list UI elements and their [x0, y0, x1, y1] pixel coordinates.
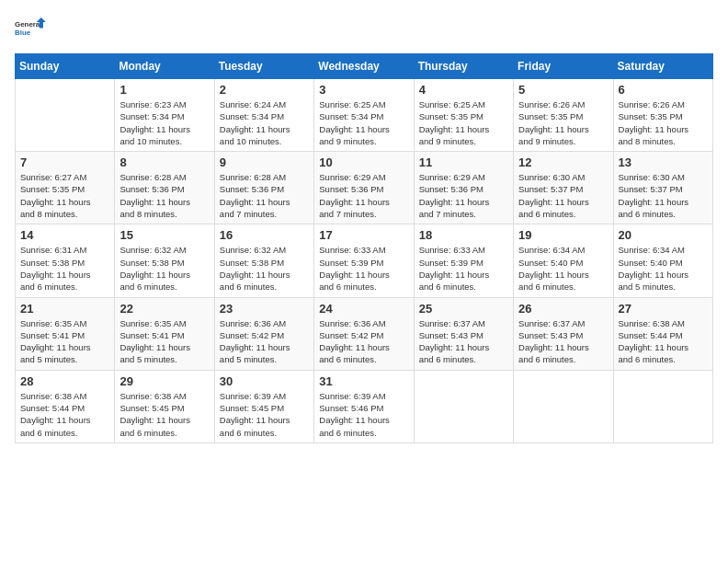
calendar-cell: 4Sunrise: 6:25 AM Sunset: 5:35 PM Daylig…: [414, 79, 513, 152]
calendar-cell: 18Sunrise: 6:33 AM Sunset: 5:39 PM Dayli…: [414, 224, 513, 297]
calendar-cell: 6Sunrise: 6:26 AM Sunset: 5:35 PM Daylig…: [613, 79, 712, 152]
day-number: 14: [20, 228, 109, 242]
day-info: Sunrise: 6:30 AM Sunset: 5:37 PM Dayligh…: [518, 171, 608, 220]
column-header-monday: Monday: [115, 54, 214, 79]
svg-text:Blue: Blue: [15, 29, 31, 37]
calendar-cell: [613, 370, 712, 442]
calendar-week-row: 21Sunrise: 6:35 AM Sunset: 5:41 PM Dayli…: [16, 297, 713, 370]
calendar-cell: 16Sunrise: 6:32 AM Sunset: 5:38 PM Dayli…: [214, 224, 313, 297]
day-info: Sunrise: 6:29 AM Sunset: 5:36 PM Dayligh…: [419, 171, 508, 220]
calendar-cell: 14Sunrise: 6:31 AM Sunset: 5:38 PM Dayli…: [16, 224, 115, 297]
calendar-cell: [16, 79, 115, 152]
calendar-week-row: 14Sunrise: 6:31 AM Sunset: 5:38 PM Dayli…: [16, 224, 713, 297]
day-info: Sunrise: 6:28 AM Sunset: 5:36 PM Dayligh…: [119, 171, 209, 220]
day-info: Sunrise: 6:38 AM Sunset: 5:44 PM Dayligh…: [20, 390, 109, 439]
day-number: 6: [619, 83, 708, 97]
day-info: Sunrise: 6:25 AM Sunset: 5:35 PM Dayligh…: [419, 98, 508, 147]
day-number: 11: [419, 155, 508, 169]
calendar-cell: 11Sunrise: 6:29 AM Sunset: 5:36 PM Dayli…: [414, 152, 513, 224]
calendar-week-row: 7Sunrise: 6:27 AM Sunset: 5:35 PM Daylig…: [16, 152, 713, 224]
day-number: 29: [119, 374, 209, 388]
day-info: Sunrise: 6:35 AM Sunset: 5:41 PM Dayligh…: [20, 317, 109, 366]
day-info: Sunrise: 6:34 AM Sunset: 5:40 PM Dayligh…: [619, 244, 708, 293]
day-number: 31: [319, 374, 408, 388]
calendar-cell: 13Sunrise: 6:30 AM Sunset: 5:37 PM Dayli…: [613, 152, 712, 224]
calendar-cell: 2Sunrise: 6:24 AM Sunset: 5:34 PM Daylig…: [214, 79, 313, 152]
day-info: Sunrise: 6:27 AM Sunset: 5:35 PM Dayligh…: [20, 171, 109, 220]
day-number: 21: [20, 302, 109, 316]
day-number: 12: [518, 155, 608, 169]
day-number: 2: [220, 83, 309, 97]
day-info: Sunrise: 6:36 AM Sunset: 5:42 PM Dayligh…: [319, 317, 408, 366]
day-number: 26: [518, 302, 608, 316]
day-info: Sunrise: 6:32 AM Sunset: 5:38 PM Dayligh…: [220, 244, 309, 293]
day-info: Sunrise: 6:37 AM Sunset: 5:43 PM Dayligh…: [518, 317, 608, 366]
day-number: 28: [20, 374, 109, 388]
day-info: Sunrise: 6:33 AM Sunset: 5:39 PM Dayligh…: [419, 244, 508, 293]
day-number: 10: [319, 155, 408, 169]
calendar-header-row: SundayMondayTuesdayWednesdayThursdayFrid…: [16, 54, 713, 79]
day-info: Sunrise: 6:34 AM Sunset: 5:40 PM Dayligh…: [518, 244, 608, 293]
day-number: 22: [119, 302, 209, 316]
day-info: Sunrise: 6:32 AM Sunset: 5:38 PM Dayligh…: [119, 244, 209, 293]
calendar-cell: 15Sunrise: 6:32 AM Sunset: 5:38 PM Dayli…: [115, 224, 214, 297]
day-info: Sunrise: 6:38 AM Sunset: 5:44 PM Dayligh…: [619, 317, 708, 366]
calendar-cell: 31Sunrise: 6:39 AM Sunset: 5:46 PM Dayli…: [314, 370, 414, 442]
calendar-cell: 23Sunrise: 6:36 AM Sunset: 5:42 PM Dayli…: [214, 297, 313, 370]
day-info: Sunrise: 6:28 AM Sunset: 5:36 PM Dayligh…: [220, 171, 309, 220]
day-number: 3: [319, 83, 408, 97]
calendar-cell: 21Sunrise: 6:35 AM Sunset: 5:41 PM Dayli…: [16, 297, 115, 370]
day-number: 8: [119, 155, 209, 169]
calendar-cell: 28Sunrise: 6:38 AM Sunset: 5:44 PM Dayli…: [16, 370, 115, 442]
calendar-cell: 20Sunrise: 6:34 AM Sunset: 5:40 PM Dayli…: [613, 224, 712, 297]
calendar-cell: [414, 370, 513, 442]
page-header: General Blue: [15, 15, 713, 48]
day-info: Sunrise: 6:29 AM Sunset: 5:36 PM Dayligh…: [319, 171, 408, 220]
column-header-sunday: Sunday: [16, 54, 115, 79]
day-number: 1: [119, 83, 209, 97]
day-number: 19: [518, 228, 608, 242]
day-info: Sunrise: 6:26 AM Sunset: 5:35 PM Dayligh…: [619, 98, 708, 147]
calendar-cell: 25Sunrise: 6:37 AM Sunset: 5:43 PM Dayli…: [414, 297, 513, 370]
day-number: 20: [619, 228, 708, 242]
day-info: Sunrise: 6:35 AM Sunset: 5:41 PM Dayligh…: [119, 317, 209, 366]
calendar-cell: 1Sunrise: 6:23 AM Sunset: 5:34 PM Daylig…: [115, 79, 214, 152]
column-header-saturday: Saturday: [613, 54, 712, 79]
logo: General Blue: [15, 15, 48, 48]
calendar-week-row: 28Sunrise: 6:38 AM Sunset: 5:44 PM Dayli…: [16, 370, 713, 442]
day-info: Sunrise: 6:31 AM Sunset: 5:38 PM Dayligh…: [20, 244, 109, 293]
calendar-cell: 3Sunrise: 6:25 AM Sunset: 5:34 PM Daylig…: [314, 79, 414, 152]
day-number: 25: [419, 302, 508, 316]
calendar-cell: 22Sunrise: 6:35 AM Sunset: 5:41 PM Dayli…: [115, 297, 214, 370]
calendar-cell: 12Sunrise: 6:30 AM Sunset: 5:37 PM Dayli…: [514, 152, 613, 224]
day-number: 16: [220, 228, 309, 242]
day-info: Sunrise: 6:39 AM Sunset: 5:45 PM Dayligh…: [220, 390, 309, 439]
calendar-cell: 27Sunrise: 6:38 AM Sunset: 5:44 PM Dayli…: [613, 297, 712, 370]
calendar-cell: 24Sunrise: 6:36 AM Sunset: 5:42 PM Dayli…: [314, 297, 414, 370]
day-number: 24: [319, 302, 408, 316]
calendar-cell: 9Sunrise: 6:28 AM Sunset: 5:36 PM Daylig…: [214, 152, 313, 224]
day-info: Sunrise: 6:33 AM Sunset: 5:39 PM Dayligh…: [319, 244, 408, 293]
day-number: 18: [419, 228, 508, 242]
calendar-cell: 29Sunrise: 6:38 AM Sunset: 5:45 PM Dayli…: [115, 370, 214, 442]
day-info: Sunrise: 6:24 AM Sunset: 5:34 PM Dayligh…: [220, 98, 309, 147]
day-number: 30: [220, 374, 309, 388]
day-info: Sunrise: 6:30 AM Sunset: 5:37 PM Dayligh…: [619, 171, 708, 220]
day-info: Sunrise: 6:36 AM Sunset: 5:42 PM Dayligh…: [220, 317, 309, 366]
day-number: 15: [119, 228, 209, 242]
calendar-cell: 30Sunrise: 6:39 AM Sunset: 5:45 PM Dayli…: [214, 370, 313, 442]
calendar-cell: 5Sunrise: 6:26 AM Sunset: 5:35 PM Daylig…: [514, 79, 613, 152]
column-header-friday: Friday: [514, 54, 613, 79]
calendar-cell: 19Sunrise: 6:34 AM Sunset: 5:40 PM Dayli…: [514, 224, 613, 297]
day-info: Sunrise: 6:39 AM Sunset: 5:46 PM Dayligh…: [319, 390, 408, 439]
calendar-table: SundayMondayTuesdayWednesdayThursdayFrid…: [15, 53, 713, 443]
day-number: 4: [419, 83, 508, 97]
day-number: 9: [220, 155, 309, 169]
day-number: 13: [619, 155, 708, 169]
day-info: Sunrise: 6:26 AM Sunset: 5:35 PM Dayligh…: [518, 98, 608, 147]
day-info: Sunrise: 6:25 AM Sunset: 5:34 PM Dayligh…: [319, 98, 408, 147]
calendar-cell: [514, 370, 613, 442]
calendar-week-row: 1Sunrise: 6:23 AM Sunset: 5:34 PM Daylig…: [16, 79, 713, 152]
column-header-tuesday: Tuesday: [214, 54, 313, 79]
calendar-cell: 26Sunrise: 6:37 AM Sunset: 5:43 PM Dayli…: [514, 297, 613, 370]
